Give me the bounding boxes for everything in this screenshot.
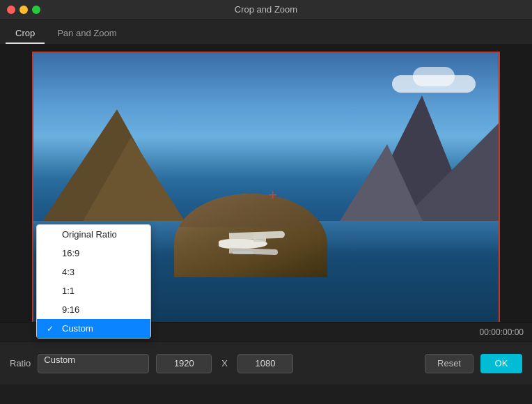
dropdown-item-4-3[interactable]: 4:3 xyxy=(37,263,150,281)
width-input[interactable] xyxy=(156,354,212,373)
dropdown-item-9-16[interactable]: 9:16 xyxy=(37,300,150,319)
window-controls xyxy=(7,6,40,14)
check-icon-custom: ✓ xyxy=(47,324,56,334)
tab-pan-zoom[interactable]: Pan and Zoom xyxy=(47,24,126,44)
ratio-dropdown-button[interactable]: Custom xyxy=(38,354,149,373)
corner-handle-tl[interactable] xyxy=(32,52,42,61)
crosshair xyxy=(268,186,282,200)
timecode-display: 00:00:00:00 xyxy=(480,327,524,337)
ratio-label: Ratio xyxy=(10,358,31,368)
minimize-button[interactable] xyxy=(19,6,28,14)
window-title: Crop and Zoom xyxy=(235,4,297,15)
ratio-dropdown-popup[interactable]: Original Ratio 16:9 4:3 1:1 9:16 ✓ Custo… xyxy=(36,224,151,339)
dropdown-item-custom[interactable]: ✓ Custom xyxy=(37,319,150,338)
side-panel-left xyxy=(0,89,32,279)
bottom-controls: Ratio Custom X Reset OK xyxy=(0,341,532,384)
dropdown-item-16-9[interactable]: 16:9 xyxy=(37,244,150,263)
ok-button[interactable]: OK xyxy=(480,354,522,373)
dropdown-item-1-1[interactable]: 1:1 xyxy=(37,281,150,300)
title-bar: Crop and Zoom xyxy=(0,0,532,20)
plane-body xyxy=(219,239,267,249)
height-input[interactable] xyxy=(237,354,293,373)
dropdown-item-original[interactable]: Original Ratio xyxy=(37,225,150,244)
reset-button[interactable]: Reset xyxy=(425,354,474,373)
tab-crop[interactable]: Crop xyxy=(6,24,45,44)
tab-bar: Crop Pan and Zoom xyxy=(0,20,532,45)
corner-handle-tr[interactable] xyxy=(490,52,500,61)
plane xyxy=(219,239,267,249)
maximize-button[interactable] xyxy=(32,6,40,14)
x-separator: X xyxy=(219,358,230,368)
plane-tail xyxy=(253,233,266,242)
close-button[interactable] xyxy=(7,6,15,14)
